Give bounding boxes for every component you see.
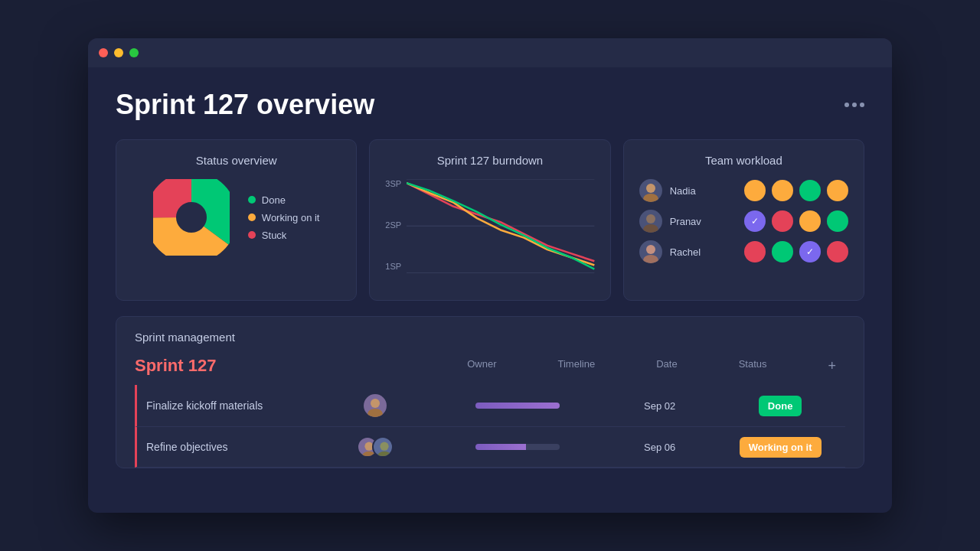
burndown-card: Sprint 127 burndown 3SP 2SP 1SP (369, 139, 610, 301)
circle-pranav-3 (799, 210, 821, 232)
status-cell-1: Done (715, 396, 845, 416)
col-date: Date (656, 358, 677, 374)
status-overview-card: Status overview (116, 139, 357, 301)
circle-rachel-4 (827, 241, 848, 262)
timeline-bar-partial (475, 444, 560, 450)
workload-row-rachel: Rachel ✓ (639, 240, 848, 263)
name-rachel: Rachel (670, 246, 712, 258)
circle-rachel-3: ✓ (799, 241, 821, 262)
col-timeline: Timeline (558, 358, 596, 374)
management-title: Sprint management (135, 331, 845, 344)
svg-point-6 (646, 184, 655, 193)
workload-circles-nadia (720, 180, 848, 201)
svg-point-17 (377, 452, 392, 458)
circle-nadia-4 (827, 180, 848, 201)
burndown-chart: 3SP 2SP 1SP (385, 179, 594, 286)
legend-done: Done (248, 194, 320, 206)
management-card: Sprint management Sprint 127 Owner Timel… (116, 316, 864, 468)
task-name-1: Finalize kickoff materials (146, 399, 319, 412)
workload-row-nadia: Nadia (639, 179, 848, 202)
circle-rachel-2 (772, 241, 793, 262)
table-row: Refine objectives (135, 427, 845, 468)
circle-pranav-1: ✓ (744, 210, 766, 232)
y-label-1sp: 1SP (385, 262, 401, 271)
svg-point-7 (643, 194, 658, 202)
date-2: Sep 06 (616, 442, 703, 453)
more-button[interactable] (844, 103, 864, 107)
workload-circles-rachel: ✓ (720, 241, 848, 262)
timeline-fill (475, 444, 526, 450)
maximize-dot[interactable] (129, 48, 139, 57)
minimize-dot[interactable] (114, 48, 123, 57)
status-content: Done Working on it Stuck (132, 179, 341, 256)
svg-point-13 (368, 409, 383, 417)
burndown-svg (407, 179, 594, 273)
more-dot-1 (844, 103, 849, 107)
svg-point-11 (643, 255, 658, 263)
svg-point-10 (646, 245, 655, 254)
date-1: Sep 02 (616, 400, 703, 412)
page-header: Sprint 127 overview (116, 89, 864, 121)
burndown-card-title: Sprint 127 burndown (385, 154, 594, 167)
sprint-header: Sprint 127 Owner Timeline Date Status + (135, 356, 845, 376)
app-window: Sprint 127 overview Status overview (88, 38, 892, 513)
table-row: Finalize kickoff materials Sep 02 Done (135, 385, 845, 427)
workload-circles-pranav: ✓ (720, 210, 848, 232)
more-dot-3 (860, 103, 864, 107)
working-label: Working on it (262, 212, 320, 223)
timeline-empty (526, 444, 560, 450)
avatar-nadia (639, 179, 662, 202)
legend-stuck: Stuck (248, 230, 320, 241)
done-label: Done (262, 194, 286, 206)
owner-avatar-1 (364, 394, 387, 417)
name-nadia: Nadia (670, 185, 712, 197)
workload-row-pranav: Pranav ✓ (639, 210, 848, 233)
pie-chart (153, 179, 230, 256)
workload-card-title: Team workload (639, 154, 848, 167)
more-dot-2 (852, 103, 857, 107)
circle-nadia-1 (744, 180, 766, 201)
avatar-rachel (639, 240, 662, 263)
titlebar (88, 38, 892, 67)
circle-nadia-3 (799, 180, 821, 201)
circle-nadia-2 (772, 180, 793, 201)
stuck-label: Stuck (262, 230, 287, 241)
y-label-3sp: 3SP (385, 179, 401, 188)
legend: Done Working on it Stuck (248, 194, 320, 241)
add-column-button[interactable]: + (828, 358, 836, 374)
avatar-pranav (639, 210, 662, 233)
status-badge-done: Done (759, 396, 802, 416)
svg-point-16 (380, 442, 388, 451)
owner-avatar-stack (357, 436, 394, 458)
sprint-name: Sprint 127 (135, 356, 467, 376)
col-owner: Owner (467, 358, 496, 374)
close-dot[interactable] (99, 48, 108, 57)
owner-avatar-2b (372, 436, 394, 458)
col-status: Status (739, 358, 767, 374)
timeline-bar-full (475, 403, 560, 409)
main-content: Sprint 127 overview Status overview (88, 67, 892, 513)
page-title: Sprint 127 overview (116, 89, 374, 121)
svg-point-2 (161, 187, 222, 248)
circle-pranav-2 (772, 210, 793, 232)
timeline-cell-2 (431, 444, 604, 450)
working-dot (248, 214, 256, 221)
owner-cell-2 (332, 436, 418, 458)
svg-point-9 (643, 224, 658, 233)
status-cell-2: Working on it (715, 437, 845, 458)
name-pranav: Pranav (670, 216, 712, 227)
svg-point-12 (371, 399, 380, 408)
legend-working: Working on it (248, 212, 320, 223)
stuck-dot (248, 231, 256, 239)
status-badge-working: Working on it (740, 437, 822, 458)
task-name-2: Refine objectives (146, 441, 319, 453)
owner-cell-1 (332, 394, 418, 417)
svg-point-8 (646, 214, 655, 223)
done-dot (248, 196, 256, 204)
status-card-title: Status overview (132, 154, 341, 167)
cards-row: Status overview (116, 139, 864, 301)
timeline-cell-1 (431, 403, 604, 409)
circle-pranav-4 (827, 210, 848, 232)
circle-rachel-1 (744, 241, 766, 262)
y-label-2sp: 2SP (385, 220, 401, 230)
